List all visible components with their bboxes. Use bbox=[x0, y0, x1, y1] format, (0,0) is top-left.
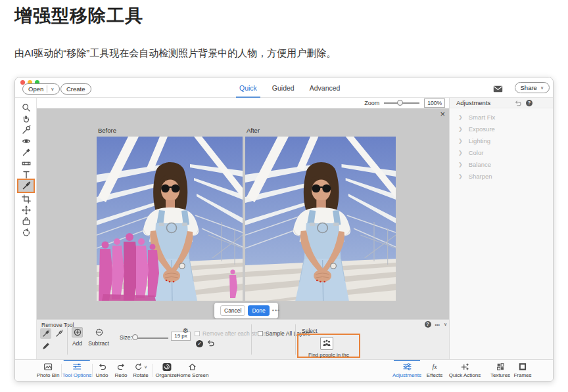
share-button[interactable]: Share ∨ bbox=[515, 82, 550, 93]
tab-guided[interactable]: Guided bbox=[272, 77, 295, 98]
zoom-value[interactable]: 100% bbox=[424, 98, 445, 108]
tool-options-panel: Remove Tool Add Subtract Size: 19 p bbox=[37, 319, 450, 359]
photo-bin-icon bbox=[43, 363, 52, 370]
remove-brush-alt-icon[interactable] bbox=[53, 328, 64, 339]
open-button-label: Open bbox=[28, 85, 43, 93]
organizer-button[interactable]: Organizer bbox=[155, 360, 178, 381]
redo-button[interactable]: Redo bbox=[114, 360, 127, 381]
recompose-tool-icon[interactable] bbox=[20, 216, 32, 226]
remove-brush-icon[interactable] bbox=[40, 328, 51, 339]
chevron-right-icon: ❯ bbox=[458, 114, 463, 120]
adjustments-header-icons: ? bbox=[514, 100, 532, 106]
photo-bin-button[interactable]: Photo Bin bbox=[37, 360, 60, 381]
size-label: Size: bbox=[120, 334, 132, 341]
effects-icon: fx bbox=[432, 363, 437, 370]
tab-quick[interactable]: Quick bbox=[239, 77, 257, 98]
tool-options-icon bbox=[73, 363, 82, 370]
add-selection-button[interactable] bbox=[72, 327, 83, 338]
eye-tool-icon[interactable] bbox=[20, 136, 32, 146]
rotate-button[interactable]: ∨ Rotate bbox=[133, 360, 149, 381]
zoom-slider-handle[interactable] bbox=[397, 100, 403, 106]
quick-selection-tool-icon[interactable] bbox=[20, 125, 32, 135]
commit-check-icon[interactable]: ✓ bbox=[196, 340, 203, 347]
tab-advanced[interactable]: Advanced bbox=[310, 77, 341, 98]
sample-all-layers-checkbox[interactable] bbox=[258, 331, 263, 336]
zoom-label: Zoom bbox=[364, 100, 379, 106]
share-mail-icon[interactable] bbox=[493, 83, 503, 95]
crop-tool-icon[interactable] bbox=[20, 194, 32, 204]
chevron-right-icon: ❯ bbox=[458, 173, 463, 179]
open-button-divider bbox=[47, 85, 47, 93]
reset-icon[interactable] bbox=[206, 339, 215, 348]
page-title: 增强型移除工具 bbox=[14, 4, 143, 28]
chevron-down-icon: ∨ bbox=[144, 364, 147, 370]
straighten-tool-icon[interactable] bbox=[20, 158, 32, 168]
help-icon[interactable]: ? bbox=[425, 321, 431, 328]
divider bbox=[295, 324, 296, 355]
hand-tool-icon[interactable] bbox=[20, 114, 32, 123]
zoom-slider[interactable] bbox=[384, 102, 419, 104]
adjustments-button[interactable]: Adjustments bbox=[392, 360, 421, 381]
pencil-icon[interactable] bbox=[40, 341, 51, 351]
subtract-selection-button[interactable] bbox=[93, 327, 105, 338]
home-screen-button[interactable]: Home Screen bbox=[177, 360, 209, 381]
panel-help-icon[interactable]: ? bbox=[526, 100, 532, 106]
more-options-icon[interactable]: ••• bbox=[272, 307, 280, 314]
adjustments-icon bbox=[403, 363, 412, 370]
effects-button[interactable]: fx Effects bbox=[427, 360, 442, 381]
adjustment-item-exposure[interactable]: ❯Exposure bbox=[450, 123, 553, 135]
divider bbox=[61, 364, 62, 377]
remove-after-stroke-label: Remove after each stroke bbox=[202, 330, 266, 337]
cancel-button[interactable]: Cancel bbox=[220, 305, 245, 316]
undo-icon bbox=[98, 363, 106, 370]
tool-options-button[interactable]: Tool Options bbox=[62, 360, 91, 381]
brush-settings-gear-icon[interactable]: ⚙ bbox=[183, 327, 189, 334]
page-description: 由AI驱动的“移除”工具现在会自动检测照片背景中的人物，方便用户删除。 bbox=[14, 47, 336, 60]
create-button-label: Create bbox=[66, 85, 85, 93]
divider bbox=[251, 324, 252, 355]
open-button[interactable]: Open ∨ bbox=[22, 83, 60, 95]
adjustment-item-smart-fix[interactable]: ❯Smart Fix bbox=[450, 111, 553, 123]
reset-panel-icon[interactable] bbox=[514, 100, 522, 106]
chevron-down-icon: ∨ bbox=[51, 87, 54, 92]
adjustment-item-sharpen[interactable]: ❯Sharpen bbox=[450, 170, 553, 182]
chevron-right-icon: ❯ bbox=[458, 126, 463, 132]
whiten-teeth-tool-icon[interactable] bbox=[20, 147, 32, 157]
after-photo[interactable] bbox=[245, 137, 396, 301]
subtract-label: Subtract bbox=[85, 340, 112, 347]
before-photo[interactable] bbox=[97, 137, 243, 301]
adjustment-item-color[interactable]: ❯Color bbox=[450, 146, 553, 158]
panel-more-icon[interactable]: ••• bbox=[435, 322, 440, 327]
adjustment-item-lighting[interactable]: ❯Lighting bbox=[450, 135, 553, 146]
mode-tabs: Quick Guided Advanced bbox=[239, 77, 340, 98]
divider bbox=[92, 364, 93, 377]
close-icon[interactable]: × bbox=[440, 110, 445, 118]
type-tool-icon[interactable] bbox=[20, 169, 32, 179]
size-slider-handle[interactable] bbox=[132, 334, 138, 340]
window-header: Open ∨ Create Quick Guided Advanced Shar… bbox=[15, 77, 553, 98]
done-button[interactable]: Done bbox=[248, 305, 269, 316]
size-slider[interactable] bbox=[134, 338, 168, 339]
rotate-tool-icon[interactable] bbox=[20, 227, 32, 237]
tool-options-title: Remove Tool bbox=[41, 322, 74, 328]
organizer-icon bbox=[163, 363, 172, 371]
move-tool-icon[interactable] bbox=[20, 205, 32, 215]
rotate-icon bbox=[134, 363, 142, 370]
tool-options-controls: ? ••• ∨ bbox=[425, 321, 447, 328]
after-label: After bbox=[247, 127, 260, 134]
remove-tool-icon[interactable] bbox=[17, 179, 35, 193]
zoom-tool-icon[interactable] bbox=[20, 102, 32, 112]
undo-button[interactable]: Undo bbox=[95, 360, 108, 381]
adjustments-panel: Adjustments ? ❯Smart Fix ❯Exposure ❯Ligh… bbox=[449, 98, 553, 359]
create-button[interactable]: Create bbox=[60, 83, 91, 95]
find-people-button[interactable] bbox=[320, 337, 333, 350]
collapse-panel-icon[interactable]: ∨ bbox=[444, 322, 447, 327]
adjustment-item-balance[interactable]: ❯Balance bbox=[450, 158, 553, 170]
before-label: Before bbox=[98, 127, 116, 134]
canvas-area: Zoom 100% × Before After Cancel Done ••• bbox=[37, 98, 450, 359]
tools-sidebar bbox=[15, 98, 37, 359]
quick-actions-button[interactable]: Quick Actions bbox=[449, 360, 481, 381]
textures-button[interactable]: Textures bbox=[490, 360, 510, 381]
remove-after-stroke-checkbox[interactable] bbox=[195, 331, 200, 336]
frames-button[interactable]: Frames bbox=[513, 360, 531, 381]
